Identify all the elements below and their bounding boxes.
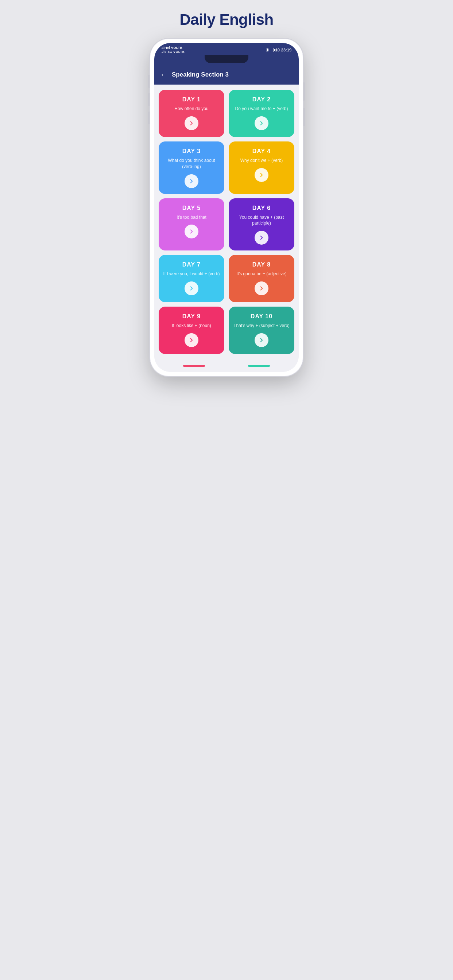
day-subtitle: Why don't we + (verb) bbox=[240, 158, 283, 164]
chevron-right-icon bbox=[258, 172, 265, 178]
chevron-right-icon bbox=[188, 178, 195, 185]
card-day-8[interactable]: DAY 8 It's gonna be + (adjective) bbox=[229, 255, 294, 302]
status-right: 10 23:19 bbox=[266, 48, 292, 52]
time-text: 23:19 bbox=[281, 48, 292, 52]
carrier1-text: airtel VOLTE bbox=[161, 46, 185, 49]
back-button[interactable]: ← bbox=[160, 70, 167, 79]
page-title: Daily English bbox=[179, 11, 273, 29]
carrier2-text: Jio 4G VOLTE bbox=[161, 50, 185, 54]
chevron-right-icon bbox=[258, 337, 265, 344]
day-label: DAY 1 bbox=[182, 96, 201, 103]
arrow-circle bbox=[255, 116, 268, 130]
content-area: DAY 1 How often do you DAY 2 Do you want… bbox=[154, 84, 299, 361]
day-subtitle: Do you want me to + (verb) bbox=[235, 106, 288, 112]
cards-grid: DAY 1 How often do you DAY 2 Do you want… bbox=[159, 90, 294, 354]
chevron-right-icon bbox=[258, 234, 265, 241]
day-subtitle: That's why + (subject + verb) bbox=[233, 323, 290, 329]
day-label: DAY 3 bbox=[182, 148, 201, 154]
arrow-circle bbox=[185, 224, 198, 239]
arrow-circle bbox=[185, 174, 198, 188]
notch bbox=[205, 55, 248, 63]
arrow-circle bbox=[185, 333, 198, 347]
card-day-5[interactable]: DAY 5 It's too bad that bbox=[159, 198, 224, 251]
day-label: DAY 10 bbox=[250, 313, 273, 320]
arrow-circle bbox=[255, 231, 268, 245]
day-subtitle: If I were you, I would + (verb) bbox=[163, 271, 220, 277]
day-label: DAY 5 bbox=[182, 205, 201, 212]
arrow-circle bbox=[185, 282, 198, 295]
status-bar: airtel VOLTE Jio 4G VOLTE 10 23:19 bbox=[154, 43, 299, 55]
day-subtitle: It's gonna be + (adjective) bbox=[236, 271, 286, 277]
battery-level: 10 bbox=[275, 48, 280, 52]
chevron-right-icon bbox=[188, 285, 195, 292]
arrow-circle bbox=[255, 333, 268, 347]
day-subtitle: What do you think about (verb-ing) bbox=[163, 158, 220, 170]
card-day-2[interactable]: DAY 2 Do you want me to + (verb) bbox=[229, 90, 294, 137]
chevron-right-icon bbox=[258, 285, 265, 292]
card-day-9[interactable]: DAY 9 It looks like + (noun) bbox=[159, 307, 224, 354]
nav-indicator-1 bbox=[183, 365, 205, 367]
card-day-6[interactable]: DAY 6 You could have + (past participle) bbox=[229, 198, 294, 251]
arrow-circle bbox=[255, 168, 268, 182]
day-subtitle: It looks like + (noun) bbox=[172, 323, 211, 329]
day-subtitle: It's too bad that bbox=[177, 215, 206, 221]
battery-fill bbox=[266, 48, 268, 51]
card-day-4[interactable]: DAY 4 Why don't we + (verb) bbox=[229, 142, 294, 194]
chevron-right-icon bbox=[188, 337, 195, 344]
day-label: DAY 6 bbox=[252, 205, 271, 212]
notch-area bbox=[154, 55, 299, 66]
day-label: DAY 9 bbox=[182, 313, 201, 320]
arrow-circle bbox=[185, 116, 198, 130]
app-header: ← Speaking Section 3 bbox=[154, 66, 299, 84]
day-label: DAY 4 bbox=[252, 148, 271, 154]
day-label: DAY 2 bbox=[252, 96, 271, 103]
card-day-1[interactable]: DAY 1 How often do you bbox=[159, 90, 224, 137]
phone-screen: airtel VOLTE Jio 4G VOLTE 10 23:19 ← bbox=[154, 43, 299, 372]
page-wrapper: Daily English airtel VOLTE Jio 4G VOLTE … bbox=[139, 11, 314, 376]
card-day-7[interactable]: DAY 7 If I were you, I would + (verb) bbox=[159, 255, 224, 302]
day-label: DAY 8 bbox=[252, 261, 271, 268]
day-subtitle: You could have + (past participle) bbox=[233, 215, 290, 227]
arrow-circle bbox=[255, 282, 268, 295]
card-day-10[interactable]: DAY 10 That's why + (subject + verb) bbox=[229, 307, 294, 354]
header-title: Speaking Section 3 bbox=[172, 71, 229, 78]
chevron-right-icon bbox=[188, 228, 195, 235]
day-subtitle: How often do you bbox=[174, 106, 208, 112]
bottom-bar bbox=[154, 361, 299, 372]
phone-shell: airtel VOLTE Jio 4G VOLTE 10 23:19 ← bbox=[150, 39, 303, 376]
chevron-right-icon bbox=[188, 120, 195, 127]
card-day-3[interactable]: DAY 3 What do you think about (verb-ing) bbox=[159, 142, 224, 194]
status-carrier: airtel VOLTE Jio 4G VOLTE bbox=[161, 46, 185, 54]
chevron-right-icon bbox=[258, 120, 265, 127]
battery-icon bbox=[266, 48, 274, 52]
nav-indicator-2 bbox=[248, 365, 270, 367]
day-label: DAY 7 bbox=[182, 261, 201, 268]
